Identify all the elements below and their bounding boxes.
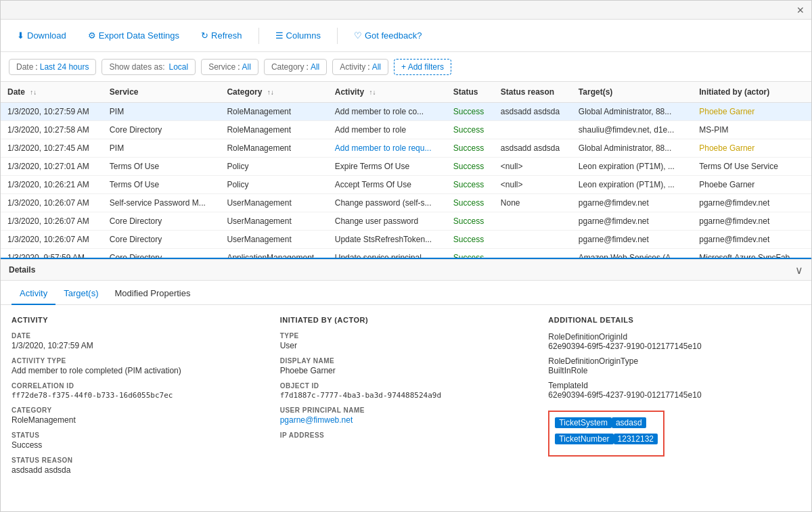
table-row[interactable]: 1/3/2020, 9:57:59 AMCore DirectoryApplic… [1, 249, 811, 258]
refresh-button[interactable]: ↻ Refresh [196, 28, 248, 43]
table-cell-0: 1/3/2020, 10:27:01 AM [1, 158, 103, 176]
table-row[interactable]: 1/3/2020, 10:27:59 AMPIMRoleManagementAd… [1, 103, 811, 121]
table-cell-2: UserManagement [220, 231, 328, 249]
table-cell-5: <null> [494, 176, 572, 194]
table-cell-0: 1/3/2020, 10:27:58 AM [1, 121, 103, 139]
category-filter-label: Category [271, 62, 304, 72]
highlight-item: TicketNumber12312132 [555, 434, 658, 446]
table-row[interactable]: 1/3/2020, 10:26:07 AMCore DirectoryUserM… [1, 212, 811, 231]
table-cell-4: Success [447, 176, 494, 194]
feedback-button[interactable]: ♡ Got feedback? [348, 28, 428, 43]
table-cell-0: 1/3/2020, 10:27:45 AM [1, 139, 103, 158]
table-cell-2: Policy [220, 158, 328, 176]
col-actor[interactable]: Initiated by (actor) [692, 82, 811, 103]
columns-button[interactable]: ☰ Columns [270, 28, 326, 43]
export-button[interactable]: ⚙ Export Data Settings [83, 28, 185, 43]
col-targets[interactable]: Target(s) [572, 82, 692, 103]
table-row[interactable]: 1/3/2020, 10:26:21 AMTerms Of UsePolicyA… [1, 176, 811, 194]
table-cell-3: Change user password [328, 212, 447, 231]
detail-status-row: STATUS Success [12, 432, 264, 450]
table-cell-4: Success [447, 121, 494, 139]
table-cell-1: PIM [103, 103, 221, 121]
table-row[interactable]: 1/3/2020, 10:27:58 AMCore DirectoryRoleM… [1, 121, 811, 139]
details-panel: Activity Target(s) Modified Properties A… [1, 281, 811, 511]
table-header-row: Date ↑↓ Service Category ↑↓ Activity ↑↓ … [1, 82, 811, 103]
highlight-value: 12312132 [614, 434, 658, 444]
table-cell-5: asdsadd asdsda [494, 139, 572, 158]
col-date[interactable]: Date ↑↓ [1, 82, 103, 103]
date-filter-value: Last 24 hours [40, 62, 89, 72]
table-cell-2: UserManagement [220, 212, 328, 231]
table-cell-6: Amazon Web Services (A... [572, 249, 692, 258]
table-cell-0: 1/3/2020, 10:26:07 AM [1, 194, 103, 212]
tab-targets[interactable]: Target(s) [55, 283, 106, 305]
col-service[interactable]: Service [103, 82, 221, 103]
table-cell-5 [494, 121, 572, 139]
col-status-reason[interactable]: Status reason [494, 82, 572, 103]
category-filter[interactable]: Category : All [264, 59, 327, 75]
detail-activity-type-row: ACTIVITY TYPE Add member to role complet… [12, 357, 264, 375]
table-cell-6: Leon expiration (PT1M), ... [572, 158, 692, 176]
col-status[interactable]: Status [447, 82, 494, 103]
date-filter[interactable]: Date : Last 24 hours [9, 59, 96, 75]
correlation-label: CORRELATION ID [12, 382, 264, 390]
category-detail-value: RoleManagement [12, 415, 264, 425]
table-row[interactable]: 1/3/2020, 10:27:45 AMPIMRoleManagementAd… [1, 139, 811, 158]
show-dates-filter[interactable]: Show dates as: Local [102, 59, 196, 75]
tab-modified-properties[interactable]: Modified Properties [106, 283, 198, 305]
additional-items: RoleDefinitionOriginId62e90394-69f5-4237… [548, 332, 800, 400]
tab-activity[interactable]: Activity [12, 283, 55, 305]
table-cell-6: pgarne@fimdev.net [572, 194, 692, 212]
download-button[interactable]: ⬇ Download [12, 28, 72, 43]
chevron-down-icon[interactable]: ∨ [795, 264, 803, 277]
table-cell-2: Policy [220, 176, 328, 194]
display-name-label: DISPLAY NAME [280, 357, 533, 365]
audit-table: Date ↑↓ Service Category ↑↓ Activity ↑↓ … [1, 82, 811, 258]
add-filter-button[interactable]: + Add filters [394, 59, 451, 75]
table-cell-3: Expire Terms Of Use [328, 158, 447, 176]
category-filter-value: All [311, 62, 319, 72]
highlight-value: asdasd [612, 417, 646, 428]
divider-2 [337, 28, 338, 44]
table-cell-5: <null> [494, 158, 572, 176]
table-cell-3: Add member to role co... [328, 103, 447, 121]
main-content: Date ↑↓ Service Category ↑↓ Activity ↑↓ … [1, 82, 811, 511]
table-row[interactable]: 1/3/2020, 10:26:07 AMCore DirectoryUserM… [1, 231, 811, 249]
title-bar: ✕ [1, 1, 811, 20]
additional-key: RoleDefinitionOriginId [548, 332, 800, 342]
table-cell-1: PIM [103, 139, 221, 158]
table-cell-5: asdsadd asdsda [494, 103, 572, 121]
detail-status-reason-row: STATUS REASON asdsadd asdsda [12, 457, 264, 475]
col-activity[interactable]: Activity ↑↓ [328, 82, 447, 103]
table-cell-7: Phoebe Garner [692, 176, 811, 194]
table-cell-1: Core Directory [103, 249, 221, 258]
highlighted-items: TicketSystemasdasdTicketNumber12312132 [555, 417, 658, 446]
table-cell-7: MS-PIM [692, 121, 811, 139]
service-filter[interactable]: Service : All [201, 59, 258, 75]
table-cell-5 [494, 231, 572, 249]
table-cell-7: pgarne@fimdev.net [692, 212, 811, 231]
table-cell-0: 1/3/2020, 10:26:21 AM [1, 176, 103, 194]
feedback-label: Got feedback? [365, 30, 422, 41]
divider-1 [258, 28, 259, 44]
table-cell-6: pgarne@fimdev.net [572, 212, 692, 231]
additional-value: 62e90394-69f5-4237-9190-012177145e10 [548, 390, 800, 400]
activity-filter[interactable]: Activity : All [332, 59, 388, 75]
table-cell-5: None [494, 194, 572, 212]
table-row[interactable]: 1/3/2020, 10:27:01 AMTerms Of UsePolicyE… [1, 158, 811, 176]
table-wrapper[interactable]: Date ↑↓ Service Category ↑↓ Activity ↑↓ … [1, 82, 811, 258]
table-cell-2: RoleManagement [220, 121, 328, 139]
additional-value: BuiltInRole [548, 366, 800, 375]
highlight-item: TicketSystemasdasd [555, 417, 658, 429]
upn-value[interactable]: pgarne@fimweb.net [280, 415, 533, 425]
correlation-value: ff72de78-f375-44f0-b733-16d6055bc7ec [12, 391, 264, 400]
table-cell-2: ApplicationManagement [220, 249, 328, 258]
additional-item: RoleDefinitionOriginTypeBuiltInRole [548, 356, 800, 375]
col-category[interactable]: Category ↑↓ [220, 82, 328, 103]
close-button[interactable]: ✕ [795, 5, 806, 16]
table-cell-4: Success [447, 231, 494, 249]
ip-row: IP ADDRESS [280, 432, 533, 439]
activity-type-value: Add member to role completed (PIM activa… [12, 366, 264, 375]
upn-row: USER PRINCIPAL NAME pgarne@fimweb.net [280, 406, 533, 425]
table-row[interactable]: 1/3/2020, 10:26:07 AMSelf-service Passwo… [1, 194, 811, 212]
